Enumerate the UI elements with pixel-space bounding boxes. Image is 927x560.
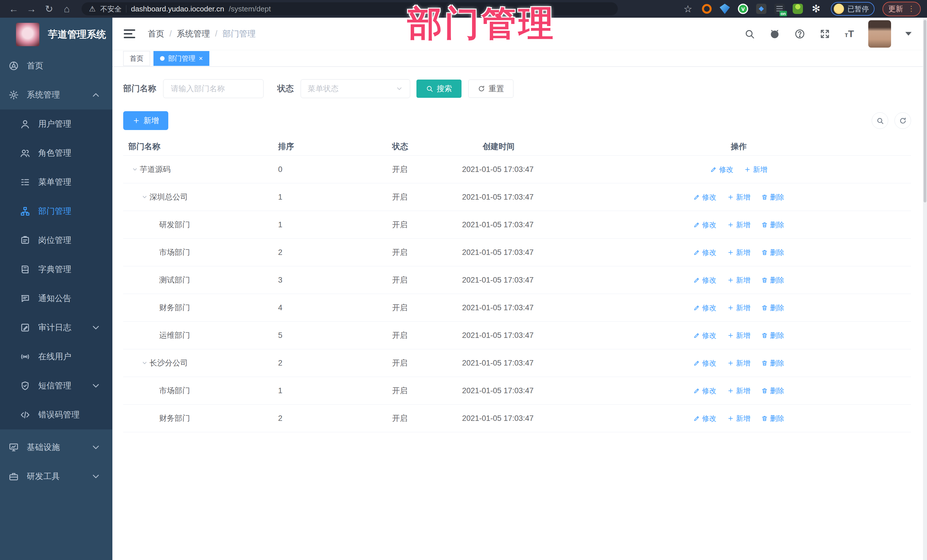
sidebar-item-online[interactable]: 在线用户 [0, 342, 112, 371]
help-icon[interactable] [794, 29, 805, 39]
column-header: 状态 [392, 141, 462, 152]
reload-icon[interactable]: ↻ [42, 3, 56, 15]
action-修改[interactable]: 修改 [693, 303, 716, 313]
sidebar-item-dept[interactable]: 部门管理 [0, 197, 112, 226]
tab-首页[interactable]: 首页 [123, 51, 150, 66]
sidebar-item-menu[interactable]: 菜单管理 [0, 168, 112, 197]
fullscreen-icon[interactable] [819, 29, 830, 39]
sidebar-item-post[interactable]: 岗位管理 [0, 226, 112, 255]
status-cell: 开启 [392, 164, 462, 175]
action-删除[interactable]: 删除 [761, 386, 784, 396]
action-修改[interactable]: 修改 [693, 414, 716, 423]
action-新增[interactable]: 新增 [727, 220, 751, 229]
action-修改[interactable]: 修改 [693, 220, 716, 229]
action-新增[interactable]: 新增 [727, 248, 751, 257]
tab-部门管理[interactable]: 部门管理× [153, 51, 209, 66]
sidebar-item-devtool[interactable]: 研发工具 [0, 462, 112, 491]
action-删除[interactable]: 删除 [761, 248, 784, 257]
table-row: 研发部门1开启2021-01-05 17:03:47修改新增删除 [123, 211, 911, 239]
profile-chip[interactable]: 已暂停 [831, 2, 874, 16]
action-新增[interactable]: 新增 [727, 358, 751, 368]
github-icon[interactable] [769, 29, 780, 39]
sidebar-item-notice[interactable]: 通知公告 [0, 284, 112, 313]
search-icon[interactable] [744, 29, 755, 39]
extension-green-person-icon[interactable] [793, 4, 803, 14]
sidebar-item-system[interactable]: 系统管理 [0, 80, 112, 109]
book-icon [20, 264, 30, 275]
breadcrumb-item: 部门管理 [222, 28, 255, 39]
action-新增[interactable]: 新增 [727, 386, 751, 396]
app-title: 芋道管理系统 [48, 28, 106, 41]
action-新增[interactable]: 新增 [744, 165, 767, 174]
update-button[interactable]: 更新 ⋮ [883, 2, 921, 16]
action-新增[interactable]: 新增 [727, 303, 751, 313]
action-修改[interactable]: 修改 [710, 165, 733, 174]
action-修改[interactable]: 修改 [693, 193, 716, 202]
action-删除[interactable]: 删除 [761, 193, 784, 202]
expand-arrow-icon[interactable] [140, 360, 149, 366]
chevron-down-icon[interactable] [905, 32, 912, 36]
extension-orange-ring-icon[interactable] [702, 4, 712, 14]
action-删除[interactable]: 删除 [761, 303, 784, 313]
action-新增[interactable]: 新增 [727, 414, 751, 423]
reset-button[interactable]: 重置 [468, 80, 514, 98]
action-新增[interactable]: 新增 [727, 275, 751, 285]
extension-blue-gem-icon[interactable] [720, 4, 730, 14]
action-删除[interactable]: 删除 [761, 358, 784, 368]
breadcrumb-item[interactable]: 首页 [148, 28, 164, 39]
refresh-table-icon[interactable] [895, 112, 911, 129]
trash-icon [761, 277, 768, 284]
scrollbar-thumb[interactable] [924, 20, 926, 202]
users-icon [20, 148, 30, 158]
expand-arrow-icon[interactable] [130, 166, 140, 173]
action-删除[interactable]: 删除 [761, 220, 784, 229]
user-avatar[interactable] [868, 20, 891, 48]
extension-white-pinwheel-icon[interactable]: ✻ [811, 4, 821, 14]
action-新增[interactable]: 新增 [727, 331, 751, 340]
action-删除[interactable]: 删除 [761, 414, 784, 423]
action-修改[interactable]: 修改 [693, 386, 716, 396]
action-修改[interactable]: 修改 [693, 331, 716, 340]
extension-green-check-icon[interactable]: v [738, 4, 748, 14]
search-button[interactable]: 搜索 [416, 80, 462, 98]
home-icon[interactable]: ⌂ [59, 3, 74, 15]
action-label: 新增 [736, 386, 751, 396]
action-修改[interactable]: 修改 [693, 275, 716, 285]
sidebar-item-label: 系统管理 [27, 89, 83, 101]
browser-scrollbar[interactable] [923, 18, 927, 560]
kebab-menu-icon[interactable]: ⋮ [907, 6, 915, 11]
sidebar-item-errcode[interactable]: 错误码管理 [0, 400, 112, 429]
logo-row[interactable]: 芋道管理系统 [0, 18, 112, 51]
page-content: 部门名称 状态 菜单状态 搜索 重置 新增 [112, 67, 923, 432]
dept-name-input[interactable] [163, 79, 264, 98]
status-select[interactable]: 菜单状态 [301, 79, 410, 98]
sidebar-item-sms[interactable]: 短信管理 [0, 371, 112, 400]
action-删除[interactable]: 删除 [761, 331, 784, 340]
status-cell: 开启 [392, 413, 462, 423]
extension-list-on-icon[interactable]: on [774, 4, 785, 14]
font-size-icon[interactable]: тT [845, 28, 854, 39]
pencil-icon [693, 305, 700, 311]
action-新增[interactable]: 新增 [727, 193, 751, 202]
extension-blue-puzzle-icon[interactable] [756, 4, 766, 14]
sidebar-toggle-icon[interactable] [124, 29, 135, 38]
action-修改[interactable]: 修改 [693, 248, 716, 257]
add-button[interactable]: 新增 [123, 111, 168, 130]
sidebar-item-user[interactable]: 用户管理 [0, 109, 112, 138]
forward-icon[interactable]: → [24, 3, 39, 15]
sidebar-item-audit-log[interactable]: 审计日志 [0, 313, 112, 342]
bookmark-star-icon[interactable]: ☆ [684, 3, 692, 15]
expand-arrow-icon[interactable] [140, 194, 149, 200]
action-修改[interactable]: 修改 [693, 358, 716, 368]
url-host: dashboard.yudao.iocoder.cn [131, 5, 224, 14]
close-icon[interactable]: × [199, 55, 203, 62]
sidebar-item-role[interactable]: 角色管理 [0, 138, 112, 168]
toggle-search-icon[interactable] [872, 112, 888, 129]
sidebar-item-home[interactable]: 首页 [0, 51, 112, 80]
breadcrumb-item[interactable]: 系统管理 [177, 28, 210, 39]
action-删除[interactable]: 删除 [761, 275, 784, 285]
monitor-icon [9, 442, 19, 452]
sidebar-item-dict[interactable]: 字典管理 [0, 255, 112, 284]
sidebar-item-infra[interactable]: 基础设施 [0, 433, 112, 462]
back-icon[interactable]: ← [6, 3, 21, 15]
